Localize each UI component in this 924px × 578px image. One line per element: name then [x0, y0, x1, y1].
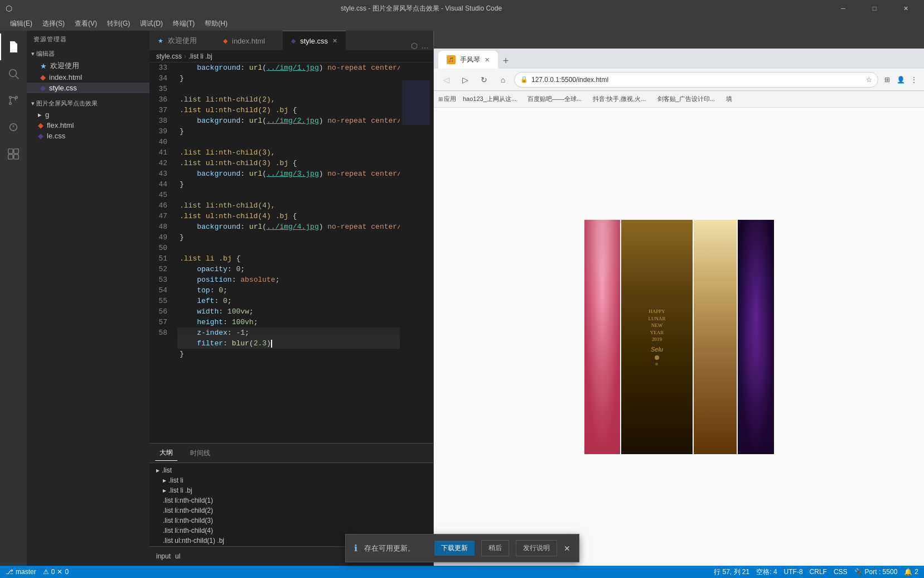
outline-item[interactable]: .list li:nth-child(3) — [149, 516, 433, 526]
notification-close-button[interactable]: ✕ — [564, 544, 570, 553]
forward-button[interactable]: ▷ — [457, 72, 473, 88]
git-branch[interactable]: ⎇ master — [6, 568, 36, 576]
source-control-icon[interactable] — [0, 87, 27, 114]
anime-panel-3 — [694, 220, 737, 454]
menu-item[interactable]: 帮助(H) — [200, 19, 232, 28]
browser-favicon: 🎵 — [447, 55, 456, 64]
browser-tab-close-icon[interactable]: ✕ — [485, 56, 490, 64]
bookmark-jianke[interactable]: 剑客贴_广告设计印... — [653, 93, 719, 105]
line-num: 40 — [149, 137, 172, 147]
line-num: 44 — [149, 179, 172, 190]
title-bar-left: ⬡ — [6, 4, 12, 13]
tab-timeline[interactable]: 时间线 — [186, 446, 215, 461]
menu-item[interactable]: 选择(S) — [38, 19, 69, 28]
extensions-icon[interactable] — [0, 141, 27, 167]
outline-item[interactable]: ▸ .list li — [149, 475, 433, 485]
open-editors-header[interactable]: ▾ 编辑器 — [27, 48, 149, 60]
code-line: .list li:nth-child(3), — [177, 147, 400, 158]
code-content[interactable]: background: url(../img/1.jpg) no-repeat … — [177, 62, 400, 443]
svg-rect-8 — [8, 155, 13, 159]
release-notes-button[interactable]: 发行说明 — [516, 540, 557, 556]
notification-info-icon: ℹ — [354, 543, 357, 553]
extensions-browser-icon[interactable]: ⊞ — [882, 74, 893, 85]
panel-2-content: HAPPYLUNARNEWYEAR2019 Selu — [621, 220, 693, 454]
outline-item[interactable]: ▸ .list — [149, 465, 433, 475]
language-text: CSS — [834, 568, 848, 576]
ul-label: ul — [175, 552, 180, 560]
encoding[interactable]: UTF-8 — [784, 568, 803, 576]
live-server[interactable]: 🔌 Port : 5500 — [854, 568, 898, 576]
apps-shortcut[interactable]: ⊞ 应用 — [438, 95, 456, 103]
outline-item[interactable]: .list li:nth-child(2) — [149, 505, 433, 516]
new-tab-button[interactable]: + — [498, 53, 514, 69]
code-line-active[interactable]: filter: blur(2.3) — [177, 338, 400, 349]
open-file-style[interactable]: ◆ style.css — [27, 83, 149, 93]
warning-icon: ✕ — [57, 568, 62, 576]
bookmark-douyin[interactable]: 抖音:快手,微视,火... — [588, 93, 650, 105]
open-file-welcome[interactable]: ★ 欢迎使用 — [27, 60, 149, 72]
panel-signature: Selu — [651, 346, 663, 353]
breadcrumb-file[interactable]: style.css — [156, 52, 182, 60]
svg-line-1 — [16, 76, 18, 79]
address-bar[interactable]: 🔒 127.0.0.1:5500/index.html ☆ — [514, 72, 878, 88]
reload-button[interactable]: ↻ — [476, 72, 492, 88]
home-button[interactable]: ⌂ — [495, 72, 511, 88]
tab-label: 欢迎使用 — [168, 36, 197, 46]
outline-item[interactable]: ▸ .list li .bj — [149, 485, 433, 495]
outline-item[interactable]: .list li:nth-child(1) — [149, 495, 433, 505]
title-bar: ⬡ style.css - 图片全屏风琴点击效果 - Visual Studio… — [0, 0, 924, 17]
tab-style-css[interactable]: ◆ style.css ✕ — [283, 31, 346, 50]
profile-icon[interactable]: 👤 — [895, 74, 906, 85]
panel-dot-small — [655, 363, 658, 365]
bookmark-hao123[interactable]: hao123_上网从这... — [458, 93, 521, 105]
download-update-button[interactable]: 下载更新 — [434, 541, 475, 556]
maximize-button[interactable]: □ — [862, 0, 887, 17]
settings-browser-icon[interactable]: ⋮ — [908, 74, 920, 85]
project-file-g[interactable]: ▸ g — [27, 109, 149, 120]
open-file-index[interactable]: ◆ index.html — [27, 72, 149, 83]
project-file-le[interactable]: ◆ le.css — [27, 131, 149, 141]
code-line: .list li:nth-child(4), — [177, 200, 400, 211]
debug-icon[interactable] — [0, 114, 27, 141]
project-name: 图片全屏风琴点击效果 — [36, 99, 98, 108]
line-num: 54 — [149, 285, 172, 296]
menu-item[interactable]: 查看(V) — [70, 19, 101, 28]
bookmark-more[interactable]: 填 — [722, 93, 737, 105]
error-count[interactable]: ⚠ 0 ✕ 0 — [43, 568, 69, 576]
tab-outline[interactable]: 大纲 — [155, 445, 177, 461]
search-icon[interactable] — [0, 60, 27, 87]
tab-index-html[interactable]: ◆ index.html ✕ — [215, 31, 283, 50]
line-num: 53 — [149, 274, 172, 285]
language-mode[interactable]: CSS — [834, 568, 848, 576]
project-header[interactable]: ▾ 图片全屏风琴点击效果 — [27, 98, 149, 109]
side-panel: 资源管理器 ▾ 编辑器 ★ 欢迎使用 ◆ index.html ◆ s — [27, 31, 149, 566]
svg-point-4 — [9, 103, 12, 105]
back-button[interactable]: ◁ — [438, 72, 454, 88]
outline-label: .list li:nth-child(1) — [163, 497, 213, 504]
cursor-position[interactable]: 行 57, 列 21 — [714, 567, 749, 577]
close-button[interactable]: ✕ — [893, 0, 918, 17]
browser-panel: 🎵 手风琴 ✕ + ◁ ▷ ↻ ⌂ 🔒 127.0.0.1:5500/index… — [433, 31, 924, 566]
indentation[interactable]: 空格: 4 — [756, 567, 777, 577]
notifications[interactable]: 🔔 2 — [904, 568, 918, 576]
more-actions-icon[interactable]: … — [421, 41, 429, 50]
project-file-flex[interactable]: ◆ flex.html — [27, 120, 149, 131]
menu-item[interactable]: 终端(T) — [168, 19, 199, 28]
menu-item[interactable]: 调试(D) — [136, 19, 167, 28]
activity-bar — [0, 31, 27, 566]
code-line: .list ul:nth-child(2) .bj { — [177, 105, 400, 115]
later-button[interactable]: 稍后 — [481, 540, 509, 556]
line-ending[interactable]: CRLF — [810, 568, 827, 576]
menu-item[interactable]: 转到(G) — [103, 19, 134, 28]
breadcrumb-selector[interactable]: .list li .bj — [188, 52, 212, 60]
minimize-button[interactable]: ─ — [830, 0, 856, 17]
split-editor-icon[interactable]: ⬡ — [411, 41, 418, 50]
bell-icon: 🔔 — [904, 568, 912, 576]
bookmark-baidu[interactable]: 百度贴吧——全球... — [523, 93, 586, 105]
browser-tab[interactable]: 🎵 手风琴 ✕ — [438, 51, 498, 69]
tab-close-css-icon[interactable]: ✕ — [332, 37, 337, 45]
tab-welcome[interactable]: ★ 欢迎使用 ✕ — [149, 31, 215, 50]
breadcrumb: style.css › .list li .bj — [149, 50, 433, 62]
menu-item[interactable]: 编辑(E) — [6, 19, 37, 28]
explorer-icon[interactable] — [0, 33, 27, 60]
